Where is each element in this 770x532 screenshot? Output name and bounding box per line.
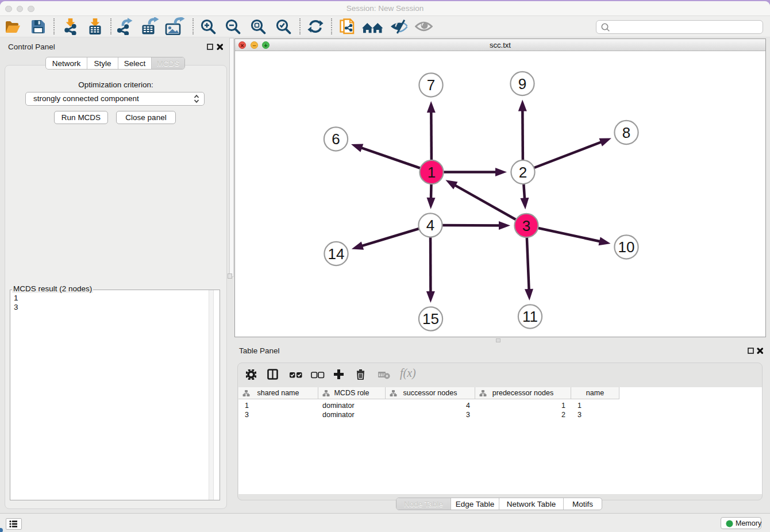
svg-text:15: 15 bbox=[422, 310, 439, 327]
svg-text:14: 14 bbox=[328, 245, 345, 263]
svg-text:6: 6 bbox=[332, 130, 340, 148]
svg-text:1: 1 bbox=[428, 164, 436, 181]
svg-text:3: 3 bbox=[522, 217, 530, 234]
svg-text:7: 7 bbox=[427, 76, 435, 94]
svg-text:10: 10 bbox=[618, 238, 635, 256]
svg-text:2: 2 bbox=[519, 164, 527, 181]
svg-text:f(x): f(x) bbox=[400, 367, 416, 380]
svg-text:8: 8 bbox=[622, 124, 630, 141]
svg-text:11: 11 bbox=[522, 308, 538, 325]
svg-text:9: 9 bbox=[518, 75, 526, 92]
svg-text:4: 4 bbox=[426, 217, 434, 234]
